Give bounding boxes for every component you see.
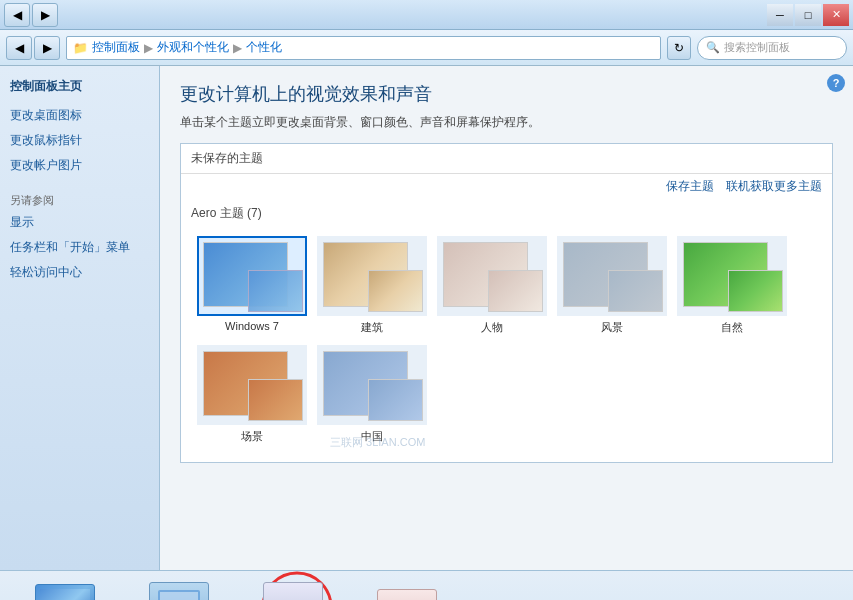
- theme-overlay-nature: [728, 270, 783, 312]
- theme-overlay-windows7: [248, 270, 303, 312]
- content-area: ? 更改计算机上的视觉效果和声音 单击某个主题立即更改桌面背景、窗口颜色、声音和…: [160, 66, 853, 570]
- sound-note-icon: ♪♫: [279, 594, 307, 600]
- path-appearance[interactable]: 外观和个性化: [157, 39, 229, 56]
- sidebar-link-display[interactable]: 显示: [10, 214, 149, 231]
- theme-label-landscape: 风景: [601, 320, 623, 335]
- bottom-item-sound[interactable]: ♪♫ 声音 Windows 默认: [248, 575, 338, 600]
- sidebar-link-mouse-pointer[interactable]: 更改鼠标指针: [10, 132, 149, 149]
- theme-panel: 未保存的主题 保存主题 联机获取更多主题 Aero 主题 (7) Windows…: [180, 143, 833, 463]
- nav-back-button[interactable]: ◀: [6, 36, 32, 60]
- minimize-button[interactable]: ─: [767, 4, 793, 26]
- aero-section-title: Aero 主题 (7): [181, 199, 832, 228]
- title-bar-left: ◀ ▶: [4, 3, 58, 27]
- theme-label-windows7: Windows 7: [225, 320, 279, 332]
- path-controlpanel[interactable]: 控制面板: [92, 39, 140, 56]
- page-description: 单击某个主题立即更改桌面背景、窗口颜色、声音和屏幕保护程序。: [180, 114, 833, 131]
- theme-overlay-landscape: [608, 270, 663, 312]
- theme-label-nature: 自然: [721, 320, 743, 335]
- refresh-button[interactable]: ↻: [667, 36, 691, 60]
- desktop-bg-icon: [35, 584, 95, 601]
- path-sep-2: ▶: [233, 41, 242, 55]
- theme-panel-header: 未保存的主题: [181, 144, 832, 174]
- bottom-item-desktop-bg[interactable]: 桌面背景 Harmony: [20, 577, 110, 601]
- theme-item-scene[interactable]: 场景: [197, 345, 307, 444]
- theme-thumb-scene: [197, 345, 307, 425]
- theme-thumb-nature: [677, 236, 787, 316]
- theme-item-nature[interactable]: 自然: [677, 236, 787, 335]
- bottom-item-screensaver[interactable]: 🚫 屏幕保护程序: [362, 582, 452, 600]
- maximize-button[interactable]: □: [795, 4, 821, 26]
- window-controls: ─ □ ✕: [767, 4, 849, 26]
- sidebar-main-link[interactable]: 控制面板主页: [10, 78, 149, 95]
- address-path: 📁 控制面板 ▶ 外观和个性化 ▶ 个性化: [66, 36, 661, 60]
- bottom-bar: 桌面背景 Harmony 窗口颜色 天空 ♪♫ 声音 Windows 默认: [0, 570, 853, 600]
- sidebar-also-section: 另请参阅 显示 任务栏和「开始」菜单 轻松访问中心: [10, 193, 149, 280]
- nav-buttons: ◀ ▶: [4, 3, 58, 27]
- screensaver-icon-wrap: 🚫: [375, 582, 439, 600]
- screensaver-icon: 🚫: [377, 589, 437, 600]
- sidebar-also-title: 另请参阅: [10, 193, 149, 208]
- theme-item-windows7[interactable]: Windows 7: [197, 236, 307, 335]
- theme-thumb-windows7: [197, 236, 307, 316]
- search-placeholder: 搜索控制面板: [724, 40, 790, 55]
- theme-thumb-landscape: [557, 236, 667, 316]
- theme-grid: Windows 7 建筑 人物: [181, 228, 832, 452]
- window-color-icon: [149, 582, 209, 600]
- search-box[interactable]: 🔍 搜索控制面板: [697, 36, 847, 60]
- save-theme-link[interactable]: 保存主题: [666, 178, 714, 195]
- sidebar-link-desktop-icon[interactable]: 更改桌面图标: [10, 107, 149, 124]
- path-personalize[interactable]: 个性化: [246, 39, 282, 56]
- address-nav: ◀ ▶: [6, 36, 60, 60]
- theme-overlay-people: [488, 270, 543, 312]
- folder-icon: 📁: [73, 41, 88, 55]
- theme-item-architecture[interactable]: 建筑: [317, 236, 427, 335]
- theme-thumb-people: [437, 236, 547, 316]
- theme-panel-actions: 保存主题 联机获取更多主题: [181, 174, 832, 199]
- sidebar-link-account-pic[interactable]: 更改帐户图片: [10, 157, 149, 174]
- theme-item-landscape[interactable]: 风景: [557, 236, 667, 335]
- sidebar-link-accessibility[interactable]: 轻松访问中心: [10, 264, 149, 281]
- sidebar: 控制面板主页 更改桌面图标 更改鼠标指针 更改帐户图片 另请参阅 显示 任务栏和…: [0, 66, 160, 570]
- desktop-bg-icon-wrap: [33, 577, 97, 601]
- theme-label-architecture: 建筑: [361, 320, 383, 335]
- bottom-item-window-color[interactable]: 窗口颜色 天空: [134, 575, 224, 600]
- sound-highlight-wrap: ♪♫: [261, 571, 325, 600]
- page-title: 更改计算机上的视觉效果和声音: [180, 82, 833, 106]
- address-bar: ◀ ▶ 📁 控制面板 ▶ 外观和个性化 ▶ 个性化 ↻ 🔍 搜索控制面板: [0, 30, 853, 66]
- theme-thumb-architecture: [317, 236, 427, 316]
- help-icon[interactable]: ?: [827, 74, 845, 92]
- theme-item-china[interactable]: 中国: [317, 345, 427, 444]
- title-bar: ◀ ▶ ─ □ ✕: [0, 0, 853, 30]
- path-sep-1: ▶: [144, 41, 153, 55]
- nav-forward-button[interactable]: ▶: [34, 36, 60, 60]
- theme-item-people[interactable]: 人物: [437, 236, 547, 335]
- theme-overlay-china: [368, 379, 423, 421]
- theme-overlay-architecture: [368, 270, 423, 312]
- theme-label-people: 人物: [481, 320, 503, 335]
- theme-thumb-china: [317, 345, 427, 425]
- back-button[interactable]: ◀: [4, 3, 30, 27]
- sidebar-link-taskbar[interactable]: 任务栏和「开始」菜单: [10, 239, 149, 256]
- forward-button[interactable]: ▶: [32, 3, 58, 27]
- window-color-icon-wrap: [147, 575, 211, 600]
- get-more-themes-link[interactable]: 联机获取更多主题: [726, 178, 822, 195]
- theme-label-china: 中国: [361, 429, 383, 444]
- theme-label-scene: 场景: [241, 429, 263, 444]
- search-icon: 🔍: [706, 41, 720, 54]
- sound-icon: ♪♫: [263, 582, 323, 600]
- main-layout: 控制面板主页 更改桌面图标 更改鼠标指针 更改帐户图片 另请参阅 显示 任务栏和…: [0, 66, 853, 570]
- theme-overlay-scene: [248, 379, 303, 421]
- window-color-inner: [158, 590, 200, 600]
- close-button[interactable]: ✕: [823, 4, 849, 26]
- sound-icon-wrap: ♪♫: [261, 575, 325, 600]
